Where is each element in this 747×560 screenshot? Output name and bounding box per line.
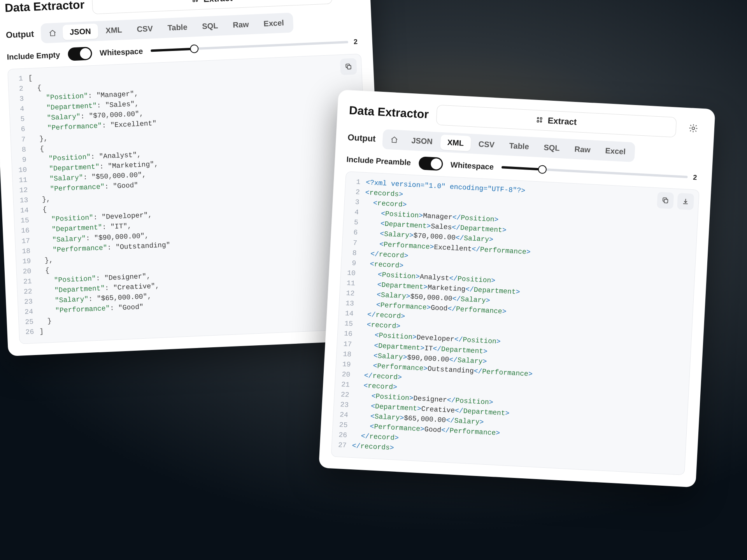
include-preamble-toggle[interactable] bbox=[418, 156, 443, 171]
tab-sql[interactable]: SQL bbox=[537, 140, 567, 156]
output-label: Output bbox=[347, 132, 376, 144]
tab-raw[interactable]: Raw bbox=[567, 141, 598, 158]
svg-point-3 bbox=[196, 0, 198, 2]
whitespace-label: Whitespace bbox=[100, 47, 143, 58]
svg-rect-11 bbox=[664, 199, 668, 203]
gear-icon bbox=[688, 123, 698, 133]
include-empty-toggle[interactable] bbox=[68, 47, 92, 61]
svg-rect-2 bbox=[193, 0, 195, 2]
settings-button[interactable] bbox=[339, 0, 359, 3]
output-label: Output bbox=[6, 29, 34, 40]
tab-xml[interactable]: XML bbox=[98, 22, 130, 38]
tab-sql[interactable]: SQL bbox=[195, 18, 226, 34]
svg-rect-7 bbox=[540, 117, 542, 119]
whitespace-slider[interactable] bbox=[502, 166, 688, 178]
app-title: Data Extractor bbox=[349, 104, 429, 121]
copy-button[interactable] bbox=[657, 192, 674, 209]
tab-home[interactable] bbox=[385, 132, 404, 147]
tab-home[interactable] bbox=[43, 26, 62, 40]
tab-excel[interactable]: Excel bbox=[598, 143, 633, 160]
extract-icon bbox=[536, 116, 544, 124]
tab-json[interactable]: JSON bbox=[62, 23, 98, 40]
tab-csv[interactable]: CSV bbox=[130, 21, 160, 37]
tab-excel[interactable]: Excel bbox=[256, 15, 291, 32]
extract-label: Extract bbox=[547, 116, 577, 127]
whitespace-slider[interactable] bbox=[151, 41, 348, 52]
extractor-card-xml: Data Extractor Extract Output bbox=[319, 89, 715, 487]
tab-csv[interactable]: CSV bbox=[471, 136, 502, 153]
extract-button[interactable]: Extract bbox=[436, 105, 677, 137]
tab-table[interactable]: Table bbox=[502, 138, 537, 154]
tab-xml[interactable]: XML bbox=[440, 135, 471, 151]
copy-icon bbox=[344, 63, 352, 71]
home-icon bbox=[390, 136, 398, 144]
output-tabs: JSON XML CSV Table SQL Raw Excel bbox=[40, 12, 294, 43]
code-panel-json: 1[2 {3 "Position": "Manager",4 "Departme… bbox=[7, 54, 373, 344]
whitespace-value: 2 bbox=[693, 173, 700, 182]
extract-icon bbox=[192, 0, 200, 4]
code-block-xml[interactable]: 1<?xml version="1.0" encoding="UTF-8"?>2… bbox=[338, 177, 693, 468]
tab-raw[interactable]: Raw bbox=[226, 17, 256, 33]
download-button[interactable] bbox=[677, 193, 694, 210]
code-block-json[interactable]: 1[2 {3 "Position": "Manager",4 "Departme… bbox=[14, 59, 366, 338]
include-empty-label: Include Empty bbox=[7, 50, 60, 61]
extract-label: Extract bbox=[203, 0, 233, 4]
download-icon bbox=[682, 198, 690, 206]
copy-icon bbox=[661, 196, 670, 205]
svg-point-9 bbox=[540, 121, 542, 122]
include-preamble-label: Include Preamble bbox=[346, 155, 411, 167]
whitespace-value: 2 bbox=[353, 37, 361, 46]
svg-rect-8 bbox=[537, 121, 539, 122]
home-icon bbox=[49, 29, 57, 37]
svg-point-10 bbox=[692, 127, 694, 130]
whitespace-label: Whitespace bbox=[450, 160, 494, 172]
copy-button[interactable] bbox=[340, 58, 357, 75]
settings-button[interactable] bbox=[684, 119, 703, 138]
app-title: Data Extractor bbox=[4, 0, 84, 15]
code-panel-xml: 1<?xml version="1.0" encoding="UTF-8"?>2… bbox=[331, 171, 700, 475]
svg-rect-5 bbox=[347, 65, 351, 69]
tab-json[interactable]: JSON bbox=[404, 133, 440, 150]
tab-table[interactable]: Table bbox=[160, 19, 195, 36]
svg-point-6 bbox=[537, 117, 539, 119]
